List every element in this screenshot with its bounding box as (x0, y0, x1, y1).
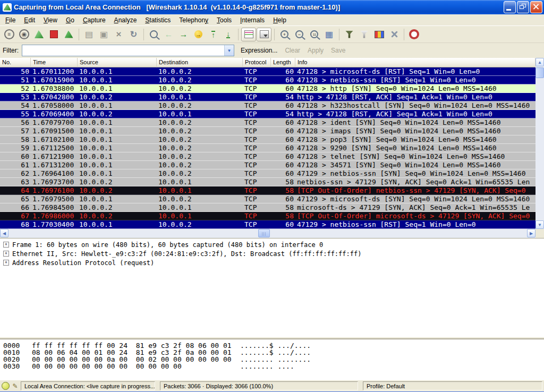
save-file-icon[interactable]: ▣ (97, 28, 111, 41)
packet-row[interactable]: 58 1.67102100 10.0.0.1 10.0.0.2 TCP 60 4… (0, 135, 536, 144)
packet-row[interactable]: 50 1.67011200 10.0.0.1 10.0.0.2 TCP 60 4… (0, 67, 536, 76)
scroll-up-icon[interactable]: ▲ (536, 58, 544, 66)
main-toolbar: ≡ ◉ ▤ ▣ (0, 25, 544, 43)
expand-icon[interactable]: + (3, 251, 9, 257)
packet-row[interactable]: 53 1.67042800 10.0.0.2 10.0.0.1 TCP 54 h… (0, 93, 536, 101)
display-filter-icon[interactable] (357, 28, 371, 41)
hex-line[interactable]: 0030 00 00 00 00 00 00 00 00 00 00 00 00… (3, 363, 541, 370)
cell-length: 60 (271, 76, 295, 84)
internals[interactable]: Internals (236, 15, 269, 25)
view[interactable]: View (39, 15, 62, 25)
cell-no: 66 (0, 203, 31, 211)
cell-destination: 10.0.0.2 (157, 169, 243, 177)
no-[interactable]: No. (0, 58, 31, 67)
length[interactable]: Length (271, 58, 295, 67)
profile-status[interactable]: Profile: Default (363, 381, 542, 390)
zoom-100-icon[interactable]: 1:1 (307, 28, 321, 41)
scroll-right-icon[interactable]: ▶ (527, 229, 536, 237)
filter-input[interactable] (22, 45, 224, 56)
packet-row[interactable]: 57 1.67091500 10.0.0.1 10.0.0.2 TCP 60 4… (0, 127, 536, 135)
time[interactable]: Time (31, 58, 78, 67)
expand-icon[interactable]: + (3, 260, 9, 266)
apply-button[interactable]: Apply (304, 45, 327, 56)
zoom-in-icon[interactable]: + (277, 28, 292, 41)
capture[interactable]: Capture (79, 15, 110, 25)
go-to-top-icon[interactable]: ↑ (206, 28, 220, 41)
packet-row[interactable]: 56 1.67079700 10.0.0.1 10.0.0.2 TCP 60 4… (0, 118, 536, 127)
detail-line[interactable]: + Ethernet II, Src: Hewlett-_e9:c3:2f (0… (1, 249, 543, 258)
go-back-icon[interactable]: ← (162, 28, 176, 41)
cell-time: 1.76973700 (31, 178, 78, 186)
destination[interactable]: Destination (157, 58, 243, 67)
source[interactable]: Source (78, 58, 157, 67)
start-capture-icon[interactable] (32, 28, 46, 41)
packet-row[interactable]: 64 1.76976100 10.0.0.2 10.0.0.1 TCP 58 [… (0, 186, 536, 195)
toolbar-separator (339, 29, 339, 40)
help-icon[interactable] (407, 28, 421, 41)
info[interactable]: Info (295, 58, 536, 67)
minimize-button[interactable] (504, 1, 516, 13)
go[interactable]: Go (62, 15, 79, 25)
packet-row[interactable]: 61 1.67131200 10.0.0.1 10.0.0.2 TCP 60 4… (0, 161, 536, 169)
go-to-packet-icon[interactable]: → (191, 28, 206, 41)
packet-row[interactable]: 59 1.67112500 10.0.0.1 10.0.0.2 TCP 60 4… (0, 144, 536, 152)
find-packet-icon[interactable] (147, 28, 161, 41)
horizontal-scroll-thumb[interactable]: ||| (258, 229, 270, 237)
telephony[interactable]: Telephony (175, 15, 212, 25)
close-button[interactable] (530, 1, 542, 13)
scroll-left-icon[interactable]: ◀ (0, 229, 8, 237)
protocol[interactable]: Protocol (243, 58, 271, 67)
packet-row[interactable]: 65 1.76979500 10.0.0.1 10.0.0.2 TCP 60 4… (0, 195, 536, 203)
expression-button[interactable]: Expression... (237, 45, 281, 56)
capture-options-icon[interactable]: ◉ (17, 28, 31, 41)
hex-dump-pane: 0000 ff ff ff ff ff ff 00 24 81 e9 c3 2f… (0, 339, 544, 380)
stop-capture-icon[interactable] (47, 28, 61, 41)
packet-list-header: No. Time Source Destination Protocol Len… (0, 58, 536, 67)
go-to-bottom-icon[interactable]: ↓ (221, 28, 235, 41)
horizontal-scrollbar[interactable]: ◀ ||| ▶ (0, 229, 544, 238)
list-interfaces-icon[interactable]: ≡ (2, 28, 16, 41)
tools[interactable]: Tools (212, 15, 236, 25)
packet-row[interactable]: 62 1.76964100 10.0.0.1 10.0.0.2 TCP 60 4… (0, 169, 536, 178)
save-button[interactable]: Save (327, 45, 349, 56)
statistics[interactable]: Statistics (141, 15, 175, 25)
packet-row[interactable]: 60 1.67121900 10.0.0.1 10.0.0.2 TCP 60 4… (0, 152, 536, 161)
restore-button[interactable] (517, 1, 529, 13)
filter-dropdown-icon[interactable]: ▼ (224, 45, 234, 56)
clear-button[interactable]: Clear (281, 45, 304, 56)
packet-row[interactable]: 66 1.76984500 10.0.0.2 10.0.0.1 TCP 58 m… (0, 203, 536, 212)
scroll-down-icon[interactable]: ▼ (536, 220, 544, 229)
file[interactable]: File (1, 15, 20, 25)
annotation-pencil-icon[interactable]: ✎ (11, 382, 19, 390)
packet-row[interactable]: 63 1.76973700 10.0.0.2 10.0.0.1 TCP 58 n… (0, 178, 536, 186)
open-file-icon[interactable]: ▤ (82, 28, 96, 41)
detail-line[interactable]: + Frame 1: 60 bytes on wire (480 bits), … (1, 240, 543, 249)
resize-columns-icon[interactable]: ▦ (322, 28, 336, 41)
analyze[interactable]: Analyze (110, 15, 141, 25)
cell-length: 60 (271, 118, 295, 126)
packet-row[interactable]: 68 1.77030400 10.0.0.1 10.0.0.2 TCP 60 4… (0, 220, 536, 229)
detail-line[interactable]: + Address Resolution Protocol (request) (1, 258, 543, 267)
restart-capture-icon[interactable] (62, 28, 76, 41)
reload-icon[interactable]: ↻ (126, 28, 141, 41)
coloring-rules-icon[interactable] (372, 28, 386, 41)
go-forward-icon[interactable]: → (176, 28, 191, 41)
vertical-scroll-thumb[interactable] (536, 67, 544, 78)
horizontal-scroll-track[interactable]: ||| ▶ (8, 229, 536, 238)
expert-info-icon[interactable] (2, 382, 10, 390)
packet-row[interactable]: 51 1.67015900 10.0.0.1 10.0.0.2 TCP 60 4… (0, 76, 536, 84)
vertical-scrollbar[interactable]: ▲ ▼ (536, 58, 544, 229)
edit[interactable]: Edit (20, 15, 39, 25)
preferences-icon[interactable] (387, 28, 401, 41)
packet-row[interactable]: 67 1.76986000 10.0.0.2 10.0.0.1 TCP 58 [… (0, 212, 536, 220)
packet-row[interactable]: 54 1.67058000 10.0.0.1 10.0.0.2 TCP 60 4… (0, 101, 536, 110)
capture-filter-icon[interactable] (342, 28, 356, 41)
help[interactable]: Help (269, 15, 291, 25)
close-file-icon[interactable]: × (112, 28, 126, 41)
expand-icon[interactable]: + (3, 242, 9, 248)
packet-row[interactable]: 52 1.67038800 10.0.0.1 10.0.0.2 TCP 60 4… (0, 84, 536, 93)
packet-row[interactable]: 55 1.67069400 10.0.0.2 10.0.0.1 TCP 54 h… (0, 110, 536, 118)
zoom-out-icon[interactable]: − (292, 28, 307, 41)
colorize-toggle-icon[interactable] (241, 28, 256, 41)
autoscroll-toggle-icon[interactable] (257, 28, 271, 41)
